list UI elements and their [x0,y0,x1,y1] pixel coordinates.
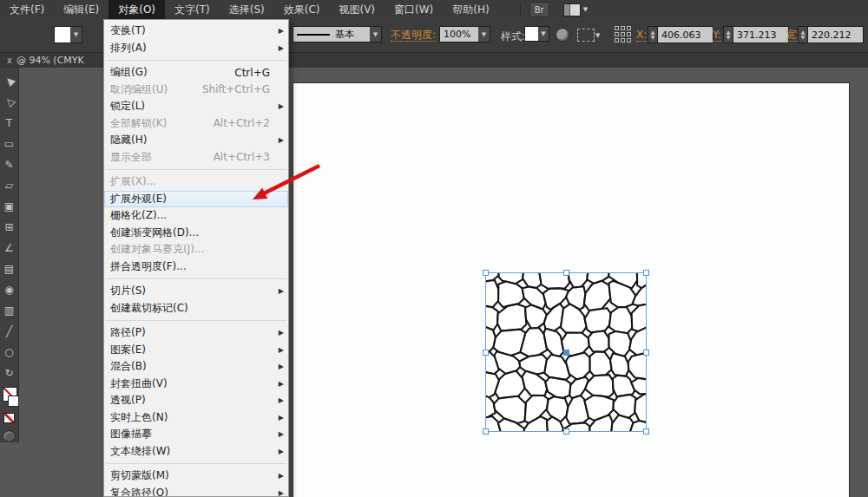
fill-color-dropdown[interactable]: ▼ [70,26,82,43]
eraser-tool-icon[interactable]: ▱ [1,175,18,196]
artboard-tool-icon[interactable]: ▣ [1,196,18,217]
menu-item-label: 栅格化(Z)... [110,208,270,223]
fill-color-swatch[interactable] [54,26,71,43]
direct-selection-tool-icon[interactable]: ▷ [0,88,23,115]
y-field[interactable]: 371.213 [733,26,789,43]
object-menu-item[interactable]: 封套扭曲(V)▶ [104,376,288,393]
reference-point-grid[interactable] [615,26,631,43]
selection-handle-tr[interactable] [643,270,649,276]
menubar-item-6[interactable]: 效果(C) [274,0,330,19]
submenu-arrow-icon: ▶ [275,44,284,52]
object-menu-item[interactable]: 混合(B)▶ [104,358,288,376]
selection-handle-tm[interactable] [563,270,569,276]
none-swatch[interactable] [3,413,15,423]
object-menu-item[interactable]: 剪切蒙版(M)▶ [104,468,288,485]
object-menu-item[interactable]: 切片(S)▶ [104,283,288,300]
submenu-arrow-icon: ▶ [275,414,284,422]
menubar-item-3[interactable]: 对象(O) [108,0,165,19]
menu-item-label: 切片(S) [110,284,270,298]
selection-handle-ml[interactable] [483,350,489,356]
gradient-tool-icon[interactable]: ▤ [1,258,18,279]
style-label: 样式: [501,29,525,44]
draw-mode-button[interactable] [3,430,16,442]
submenu-arrow-icon: ▶ [275,430,284,438]
x-field[interactable]: 406.063 [657,26,713,43]
tab-close-button[interactable]: x [7,56,12,65]
object-menu-item[interactable]: 图案(E)▶ [104,342,288,359]
object-menu-item[interactable]: 锁定(L)▶ [104,98,288,115]
workspace-switcher[interactable]: ▼ [563,3,588,16]
submenu-arrow-icon: ▶ [275,329,284,337]
perspective-grid-tool-icon[interactable]: ∠ [1,238,18,258]
menubar-item-9[interactable]: 帮助(H) [443,0,498,19]
menubar-item-4[interactable]: 文字(T) [165,0,220,19]
object-menu-item[interactable]: 复合路径(O)▶ [104,485,288,497]
submenu-arrow-icon: ▶ [275,489,284,497]
object-menu-item[interactable]: 透视(P)▶ [104,392,288,409]
column-graph-tool-icon[interactable]: ▥ [1,300,18,321]
menu-item-shortcut: Ctrl+G [234,67,270,79]
menu-item-label: 拼合透明度(F)... [110,259,270,274]
transform-panel-icon[interactable] [577,29,595,42]
bridge-button[interactable]: Br [529,2,549,17]
menu-item-label: 文本绕排(W) [110,444,270,459]
fill-stroke-indicator[interactable] [1,387,18,408]
object-menu-item[interactable]: 文本绕排(W)▶ [104,443,288,461]
stroke-preset-dropdown[interactable]: ▼ [370,26,382,43]
menu-item-label: 排列(A) [110,41,270,56]
object-menu-item[interactable]: 变换(T)▶ [104,23,288,40]
menu-item-label: 全部解锁(K) [110,116,214,131]
rectangle-tool-icon[interactable]: ▭ [1,134,18,154]
object-menu-item[interactable]: 栅格化(Z)... [104,207,288,225]
opacity-link[interactable]: 不透明度: [391,29,436,42]
object-menu-item: 显示全部Alt+Ctrl+3 [104,149,288,167]
stroke-preset-field[interactable]: 基本 [293,26,378,43]
object-menu-item[interactable]: 创建渐变网格(D)... [104,225,288,242]
object-menu-item[interactable]: 隐藏(H)▶ [104,132,288,149]
recolor-artwork-icon[interactable] [556,28,569,42]
selection-bounding-box[interactable] [485,272,647,432]
object-menu-item[interactable]: 路径(P)▶ [104,324,288,342]
paintbrush-tool-icon[interactable]: ╱ [1,321,18,342]
menu-item-label: 显示全部 [110,150,214,165]
hand-tool-icon[interactable]: ↻ [1,363,18,383]
stroke-swatch[interactable] [8,396,19,407]
submenu-arrow-icon: ▶ [275,287,284,295]
object-menu-item[interactable]: 图像描摹▶ [104,426,288,443]
zoom-tool-icon[interactable]: ○ [1,342,18,363]
object-menu-item[interactable]: 排列(A)▶ [104,40,288,57]
object-menu-item[interactable]: 创建裁切标记(C) [104,300,288,317]
type-tool-icon[interactable]: T [1,113,18,134]
object-menu-item[interactable]: 拼合透明度(F)... [104,258,288,276]
slice-tool-icon[interactable]: ⊞ [1,217,18,238]
menu-bar: 文件(F)编辑(E)对象(O)文字(T)选择(S)效果(C)视图(V)窗口(W)… [0,0,868,19]
chevron-down-icon: ▼ [595,32,600,39]
selection-center-point[interactable] [563,350,569,356]
menu-item-label: 编组(G) [110,65,234,80]
submenu-arrow-icon: ▶ [275,136,284,144]
menubar-item-7[interactable]: 视图(V) [329,0,385,19]
menubar-item-2[interactable]: 编辑(E) [54,0,108,19]
selection-handle-br[interactable] [643,428,649,435]
width-field[interactable]: 220.212 [807,26,864,43]
menu-separator [106,463,286,464]
menu-item-label: 剪切蒙版(M) [110,468,270,483]
menu-item-label: 透视(P) [110,393,270,408]
object-menu-item[interactable]: 扩展外观(E) [104,191,288,208]
style-dropdown[interactable]: ▼ [538,26,549,42]
menubar-item-1[interactable]: 文件(F) [0,0,54,19]
menubar-item-8[interactable]: 窗口(W) [385,0,443,19]
symbol-sprayer-tool-icon[interactable]: ◉ [1,279,18,300]
object-menu-item[interactable]: 实时上色(N)▶ [104,409,288,427]
document-tab-title[interactable]: @ 94% (CMYK [16,55,84,66]
opacity-dropdown[interactable]: ▼ [478,26,490,43]
y-label[interactable]: Y: [713,29,721,42]
selection-handle-bm[interactable] [563,428,569,435]
menubar-item-5[interactable]: 选择(S) [220,0,274,19]
x-label[interactable]: X: [636,29,647,42]
selection-handle-mr[interactable] [643,350,649,356]
selection-handle-tl[interactable] [483,270,489,276]
pencil-tool-icon[interactable]: ✎ [1,154,18,175]
selection-handle-bl[interactable] [483,428,489,435]
object-menu-item[interactable]: 编组(G)Ctrl+G [104,64,288,82]
